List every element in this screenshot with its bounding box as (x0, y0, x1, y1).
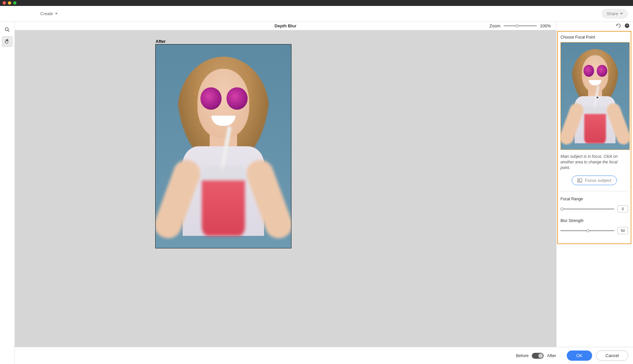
focal-range-value[interactable]: 0 (618, 205, 628, 212)
magnifier-icon (4, 27, 10, 33)
focal-hint: Main subject is in focus. Click on anoth… (560, 154, 628, 170)
chevron-down-icon (55, 13, 58, 14)
canvas-viewport[interactable]: After (15, 30, 556, 364)
blur-strength-label: Blur Strength (560, 218, 628, 223)
after-label: After (547, 353, 556, 358)
help-icon: ? (624, 23, 630, 28)
zoom-slider-handle[interactable] (516, 24, 519, 27)
ok-button[interactable]: OK (567, 350, 592, 361)
after-label: After (156, 39, 166, 44)
top-bar: Create Share (0, 6, 633, 22)
share-button[interactable]: Share (602, 9, 628, 18)
blur-strength-value[interactable]: 50 (618, 227, 628, 234)
subject-icon (577, 178, 582, 182)
svg-point-0 (5, 28, 8, 31)
focal-range-handle[interactable] (560, 208, 563, 210)
blur-strength-slider[interactable] (560, 231, 614, 231)
window-titlebar (0, 0, 633, 6)
undo-icon (616, 23, 621, 28)
focus-subject-label: Focus subject (585, 178, 611, 183)
create-menu[interactable]: Create (37, 9, 61, 18)
close-window-button[interactable] (3, 1, 6, 5)
zoom-value: 100% (540, 23, 551, 28)
share-label: Share (607, 11, 618, 16)
reset-button[interactable] (616, 23, 621, 29)
canvas-header: Depth Blur Zoom 100% (15, 22, 556, 30)
hand-tool[interactable] (2, 36, 13, 47)
left-toolbar (0, 22, 15, 364)
svg-text:?: ? (626, 24, 628, 27)
before-after-toggle-group: Before After (516, 353, 556, 359)
blur-strength-handle[interactable] (586, 229, 589, 232)
right-panel: ? Choose Focal Point Main subject is in … (557, 22, 633, 364)
focal-point-panel: Choose Focal Point Main subject is in fo… (557, 31, 631, 244)
svg-point-5 (579, 180, 580, 181)
focal-range-slider[interactable] (560, 209, 614, 209)
hand-icon (4, 39, 10, 44)
svg-line-1 (8, 30, 9, 32)
minimize-window-button[interactable] (8, 1, 11, 5)
create-label: Create (40, 11, 53, 16)
divider (560, 191, 628, 191)
cancel-button[interactable]: Cancel (596, 350, 628, 361)
canvas-area: Depth Blur Zoom 100% After (15, 22, 557, 364)
zoom-label: Zoom (490, 23, 500, 28)
zoom-tool[interactable] (2, 24, 13, 35)
focus-subject-button[interactable]: Focus subject (572, 176, 617, 185)
bottom-bar: Before After OK Cancel (15, 347, 633, 364)
before-after-toggle[interactable] (532, 353, 544, 359)
before-label: Before (516, 353, 528, 358)
main-image[interactable] (155, 44, 291, 248)
zoom-slider[interactable] (504, 26, 537, 26)
focal-point-marker[interactable] (596, 96, 599, 99)
panel-title: Choose Focal Point (560, 35, 628, 40)
canvas-title: Depth Blur (275, 23, 296, 28)
help-button[interactable]: ? (624, 23, 630, 29)
focal-range-label: Focal Range (560, 197, 628, 201)
focal-point-thumbnail[interactable] (560, 42, 630, 150)
toggle-knob (538, 353, 543, 358)
maximize-window-button[interactable] (13, 1, 16, 5)
chevron-down-icon (620, 13, 623, 14)
